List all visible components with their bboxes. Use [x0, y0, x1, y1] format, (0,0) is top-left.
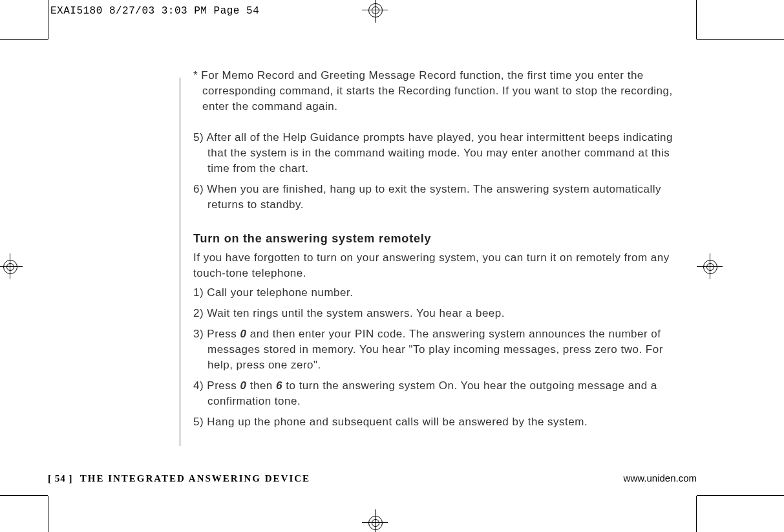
remote-step-4-part-b: then — [247, 379, 277, 392]
page-frame: * For Memo Record and Greeting Message R… — [48, 68, 697, 493]
body-text-column: * For Memo Record and Greeting Message R… — [193, 68, 684, 435]
remote-step-5: 5) Hang up the phone and subsequent call… — [193, 414, 684, 430]
step-6-text: 6) When you are finished, hang up to exi… — [193, 182, 684, 213]
key-zero: 0 — [240, 328, 247, 340]
remote-step-4: 4) Press 0 then 6 to turn the answering … — [193, 378, 684, 409]
page-number-bracket: [ — [48, 473, 55, 484]
registration-mark-icon — [0, 253, 23, 279]
crop-mark — [697, 39, 784, 40]
crop-mark — [696, 0, 697, 39]
crop-mark — [0, 39, 48, 40]
remote-step-4-part-a: 4) Press — [193, 379, 240, 392]
step-5-text: 5) After all of the Help Guidance prompt… — [193, 130, 684, 176]
intro-text: If you have forgotten to turn on your an… — [193, 250, 684, 281]
remote-step-3-part-b: and then enter your PIN code. The answer… — [207, 328, 663, 371]
footer-left: [ 54 ] THE INTEGRATED ANSWERING DEVICE — [48, 473, 310, 484]
crop-mark — [697, 495, 784, 496]
subsection-heading: Turn on the answering system remotely — [193, 231, 684, 246]
page-number: 54 — [55, 473, 66, 484]
registration-mark-icon — [362, 0, 388, 23]
section-title: THE INTEGRATED ANSWERING DEVICE — [80, 473, 310, 484]
remote-step-3: 3) Press 0 and then enter your PIN code.… — [193, 326, 684, 373]
remote-step-1: 1) Call your telephone number. — [193, 285, 684, 301]
key-six: 6 — [276, 379, 282, 392]
crop-mark — [48, 496, 48, 532]
remote-step-3-part-a: 3) Press — [193, 328, 240, 340]
footnote-text: * For Memo Record and Greeting Message R… — [193, 68, 684, 114]
footer-url: www.uniden.com — [624, 473, 697, 484]
page-footer: [ 54 ] THE INTEGRATED ANSWERING DEVICE w… — [48, 473, 697, 484]
page-number-bracket: ] — [66, 473, 73, 484]
print-slug: EXAI5180 8/27/03 3:03 PM Page 54 — [50, 5, 259, 17]
key-zero: 0 — [240, 379, 247, 392]
remote-step-2: 2) Wait ten rings until the system answe… — [193, 306, 684, 321]
vertical-rule — [180, 78, 180, 446]
crop-mark — [696, 496, 697, 532]
crop-mark — [48, 0, 48, 39]
registration-mark-icon — [362, 509, 388, 532]
crop-mark — [0, 495, 48, 496]
registration-mark-icon — [697, 253, 723, 279]
